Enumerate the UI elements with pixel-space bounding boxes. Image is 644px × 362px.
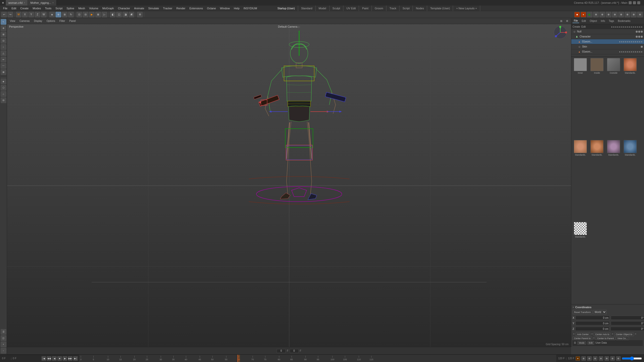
tl-btn7[interactable]: ⊕ [616,356,621,361]
tab-template[interactable]: Template (User) [427,6,453,11]
extra-btn7[interactable]: ⊕ [631,12,636,17]
extrude-tool[interactable]: ⊠ [1,69,6,75]
extra-btn4[interactable]: ⊕ [612,12,618,17]
timeline-cursor[interactable] [237,355,238,362]
center-parent-to-btn[interactable]: Center Parent to [573,337,592,340]
om-character-row[interactable]: ♟ Character [571,34,644,39]
render-region[interactable]: ⊠ [95,12,101,17]
menu-character[interactable]: Character [116,6,132,10]
mat-std4[interactable]: Standards. [606,140,621,221]
extra-btn5[interactable]: ⊕ [618,12,624,17]
y-rot-input[interactable] [611,321,644,325]
tl-btn4[interactable]: ⊕ [599,356,603,361]
menu-file[interactable]: File [1,6,9,10]
viewport[interactable]: View Cameras Display Options Filter Pane… [7,18,571,347]
mat-inside[interactable]: Inside [589,58,605,139]
next-key-btn[interactable]: ▶▶ [68,356,72,361]
skin-visible[interactable] [641,46,643,48]
prev-key-btn[interactable]: ◀◀ [47,356,51,361]
tl-btn6[interactable]: ⊕ [610,356,615,361]
tab-newlayouts[interactable]: + New Layouts + [453,6,480,11]
go-end-btn[interactable]: ▶| [73,356,78,361]
display-btn3[interactable]: ◨ [123,12,128,17]
pointer-tool[interactable]: ↖ [1,19,6,25]
world-dropdown[interactable]: World Object Local [593,310,607,314]
y-mode-btn[interactable]: Y [28,12,34,17]
axis-center-btn[interactable]: Axis Center [576,333,590,336]
scene-tool[interactable]: ☰ [1,329,6,335]
tab-groom[interactable]: Groom [372,6,387,11]
rp-tab-tags[interactable]: Tags [608,19,615,23]
w-mode-btn[interactable]: W [41,12,47,17]
record-btn[interactable]: ● [581,12,586,17]
mat-outside[interactable]: Outside [606,58,621,139]
vp-filter[interactable]: Filter [58,19,66,23]
x-rot-input[interactable] [611,316,644,320]
poly-tool[interactable]: △ [1,51,6,56]
y-pos-input[interactable] [576,321,610,325]
mode-dropdown[interactable]: Mode [577,341,586,345]
tab-startup[interactable]: Startup (User) [274,6,298,11]
center-axis-to-btn[interactable]: Center Axis to [594,333,611,336]
z-rot-input[interactable] [611,327,644,331]
axis-center-close[interactable]: × [573,333,575,336]
extra-btn6[interactable]: ⊕ [625,12,630,17]
mat-checkered[interactable]: Standards. [573,222,588,303]
menu-extensions[interactable]: Extensions [188,6,205,10]
layers-tool[interactable]: ◫ [1,335,6,341]
menu-mesh[interactable]: Mesh [76,6,87,10]
tab-nodes[interactable]: Nodes [413,6,427,11]
tab-close-woman[interactable]: × [24,2,25,4]
reset-transform-btn[interactable]: Reset Transform [573,310,592,314]
menu-window[interactable]: Window [218,6,231,10]
camera-nav-tool[interactable]: ⊕ [1,25,6,31]
mat-std2[interactable]: Standards. [573,140,588,221]
current-frame-input2[interactable] [290,349,299,353]
rp-tab-edit[interactable]: Edit [580,19,587,23]
render-active[interactable]: ▷ [102,12,107,17]
tl-btn3[interactable]: ⊕ [593,356,597,361]
char-lock[interactable] [638,36,640,38]
minus-tool[interactable]: − [1,348,6,353]
display-btn4[interactable]: ◩ [129,12,134,17]
vp-panel[interactable]: Panel [68,19,77,23]
menu-modes[interactable]: Modes [31,6,43,10]
tab-paint[interactable]: Paint [359,6,372,11]
menu-simulate[interactable]: Simulate [146,6,161,10]
display-btn2[interactable]: ◫ [116,12,122,17]
center-object-to-btn[interactable]: Center Object to [614,333,634,336]
weight-tool[interactable]: ⌂ [1,91,6,97]
rp-tab-bookmarks[interactable]: Bookmarks [617,19,632,23]
zoom-tool[interactable]: ⊞ [1,32,6,37]
om-edit[interactable]: Edit [581,25,586,28]
menu-create[interactable]: Create [19,6,30,10]
null-lock[interactable] [638,31,640,33]
center-obj-close[interactable]: × [611,333,614,336]
om-01wom-row[interactable]: ▲ 01wom... ▲▲▲▲▲▲▲▲▲▲▲▲ [571,39,644,44]
vp-options[interactable]: Options [45,19,57,23]
current-frame-input[interactable] [277,349,286,353]
x-pos-input[interactable] [576,316,610,320]
menu-insydium[interactable]: INSYDIUM [242,6,259,10]
axis-mode-btn[interactable]: X [22,12,28,17]
center-to-parent-btn[interactable]: Center to Parent [596,337,615,340]
selection-tool[interactable]: ⊡ [1,38,6,43]
om-create[interactable]: Create [573,25,580,28]
move-tool[interactable]: ⊕ [56,12,61,17]
menu-volume[interactable]: Volume [87,6,100,10]
tl-btn5[interactable]: ⊕ [605,356,609,361]
stop-btn[interactable]: ■ [57,356,62,361]
vp-display[interactable]: Display [32,19,44,23]
char-visible[interactable] [636,36,638,38]
undo-btn[interactable]: ↩ [1,12,7,17]
fps-slider[interactable] [622,357,642,360]
center-axis-to-close[interactable]: × [591,333,593,336]
play-back-btn[interactable]: ◀ [52,356,57,361]
tab-woman[interactable]: woman.c4d × [6,0,28,6]
om-skin-row[interactable]: ◇ Skin [571,44,644,49]
rp-tab-info[interactable]: Info [599,19,606,23]
extra-btn2[interactable]: ⊕ [599,12,605,17]
menu-edit[interactable]: Edit [10,6,18,10]
null-render[interactable] [641,31,643,33]
center-to-parent-close[interactable]: × [593,337,595,340]
